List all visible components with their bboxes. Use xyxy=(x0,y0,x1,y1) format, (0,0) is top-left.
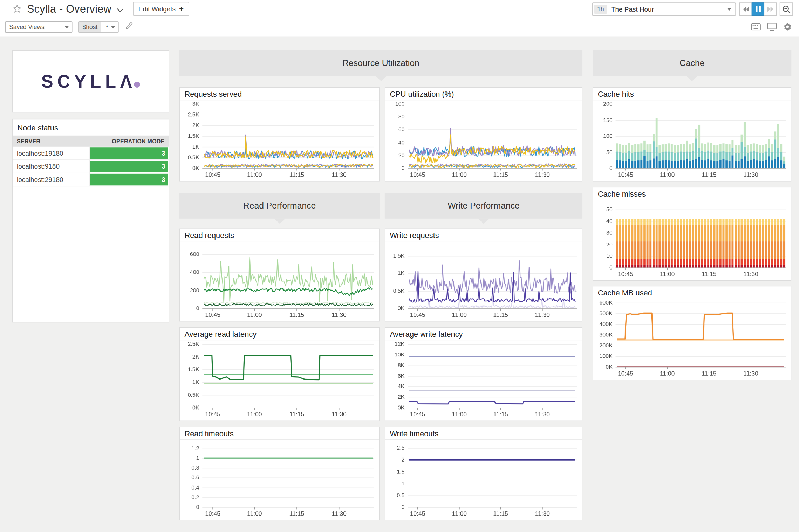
scylla-logo-dot xyxy=(134,82,140,88)
operation-mode-bar: 3 xyxy=(90,174,168,185)
table-row[interactable]: localhost:19180 3 xyxy=(13,147,169,160)
chart-canvas[interactable] xyxy=(593,200,791,280)
chart-canvas[interactable] xyxy=(385,440,582,519)
title-dropdown-caret-icon[interactable] xyxy=(116,5,123,14)
chart-title: CPU utilization (%) xyxy=(385,88,582,100)
chart-canvas[interactable] xyxy=(385,100,582,180)
chart-title: Cache misses xyxy=(593,187,791,200)
saved-views-label: Saved Views xyxy=(9,23,45,30)
time-range-selector[interactable]: 1h The Past Hour xyxy=(592,2,736,16)
operation-mode-bar: 3 xyxy=(90,161,168,172)
scylla-logo: SCYLLΛ xyxy=(41,71,140,92)
chart-title: Average write latency xyxy=(385,328,582,340)
column-header-operation-mode: OPERATION MODE xyxy=(112,138,164,144)
chart-average-read-latency[interactable]: Average read latency xyxy=(179,327,380,421)
edit-widgets-button[interactable]: Edit Widgets + xyxy=(133,2,189,16)
section-header-read-performance: Read Performance xyxy=(179,193,380,219)
edit-widgets-label: Edit Widgets xyxy=(138,5,176,13)
chart-average-write-latency[interactable]: Average write latency xyxy=(385,327,582,421)
chart-canvas[interactable] xyxy=(593,299,791,379)
chart-cache-mb-used[interactable]: Cache MB used xyxy=(593,286,791,380)
keyboard-shortcuts-icon[interactable] xyxy=(751,23,761,32)
plus-icon: + xyxy=(179,6,184,12)
host-var-caret-icon xyxy=(111,26,116,30)
favorite-star-icon[interactable] xyxy=(12,4,22,14)
node-status-title: Node status xyxy=(13,119,169,136)
chart-cache-misses[interactable]: Cache misses xyxy=(593,187,791,281)
chart-canvas[interactable] xyxy=(180,440,379,519)
fast-forward-button[interactable] xyxy=(764,2,777,16)
settings-gear-icon[interactable] xyxy=(783,22,792,33)
chart-title: Read timeouts xyxy=(180,427,379,440)
zoom-out-button[interactable] xyxy=(780,2,793,16)
chart-title: Read requests xyxy=(180,229,379,241)
time-range-badge: 1h xyxy=(594,5,607,14)
playback-controls xyxy=(740,2,777,16)
dashboard-content: SCYLLΛ Node status SERVER OPERATION MODE… xyxy=(0,37,799,532)
chart-canvas[interactable] xyxy=(180,241,379,320)
time-range-caret-icon xyxy=(727,8,731,13)
host-template-variable[interactable]: $host * xyxy=(78,21,119,33)
chart-write-requests[interactable]: Write requests xyxy=(385,228,582,321)
edit-pencil-icon[interactable] xyxy=(125,22,133,32)
host-var-name: $host xyxy=(79,22,101,32)
page-title: Scylla - Overview xyxy=(27,3,111,15)
chart-canvas[interactable] xyxy=(385,241,582,320)
chart-cpu-utilization[interactable]: CPU utilization (%) xyxy=(385,87,582,182)
server-cell: localhost:9180 xyxy=(13,160,90,173)
toolbar: Saved Views $host * xyxy=(0,18,799,37)
chart-canvas[interactable] xyxy=(180,340,379,420)
chart-read-requests[interactable]: Read requests xyxy=(179,228,380,321)
chart-title: Write timeouts xyxy=(385,427,582,440)
table-row[interactable]: localhost:29180 3 xyxy=(13,173,169,186)
chart-write-timeouts[interactable]: Write timeouts xyxy=(385,427,582,520)
scylla-logo-panel: SCYLLΛ xyxy=(12,50,169,112)
section-header-resource-utilization: Resource Utilization xyxy=(179,50,582,76)
chart-canvas[interactable] xyxy=(180,100,379,180)
server-cell: localhost:19180 xyxy=(13,147,90,159)
time-range-label: The Past Hour xyxy=(611,5,654,13)
column-header-server: SERVER xyxy=(17,138,40,144)
chart-title: Cache MB used xyxy=(593,286,791,299)
chart-cache-hits[interactable]: Cache hits xyxy=(593,87,791,182)
chart-title: Requests served xyxy=(180,88,379,100)
operation-mode-bar: 3 xyxy=(90,147,168,159)
chart-canvas[interactable] xyxy=(385,340,582,420)
pause-button[interactable] xyxy=(752,2,764,16)
host-var-value: * xyxy=(101,23,110,31)
section-header-cache: Cache xyxy=(593,50,791,76)
scylla-wordmark: SCYLLΛ xyxy=(41,71,136,91)
node-status-header-row: SERVER OPERATION MODE xyxy=(13,136,169,147)
table-row[interactable]: localhost:9180 3 xyxy=(13,160,169,173)
chart-requests-served[interactable]: Requests served xyxy=(179,87,380,182)
node-status-panel: Node status SERVER OPERATION MODE localh… xyxy=(12,119,169,323)
rewind-button[interactable] xyxy=(739,2,752,16)
server-cell: localhost:29180 xyxy=(13,173,90,186)
saved-views-caret-icon xyxy=(65,26,69,30)
chart-title: Cache hits xyxy=(593,88,791,100)
chart-canvas[interactable] xyxy=(593,100,791,180)
section-header-write-performance: Write Performance xyxy=(385,193,582,219)
top-bar: Scylla - Overview Edit Widgets + 1h The … xyxy=(0,0,799,18)
chart-title: Write requests xyxy=(385,229,582,241)
saved-views-select[interactable]: Saved Views xyxy=(5,21,73,33)
chart-read-timeouts[interactable]: Read timeouts xyxy=(179,427,380,520)
scylla-dashboard: Scylla - Overview Edit Widgets + 1h The … xyxy=(0,0,799,532)
chart-title: Average read latency xyxy=(180,328,379,340)
tv-screenboard-icon[interactable] xyxy=(767,23,777,33)
